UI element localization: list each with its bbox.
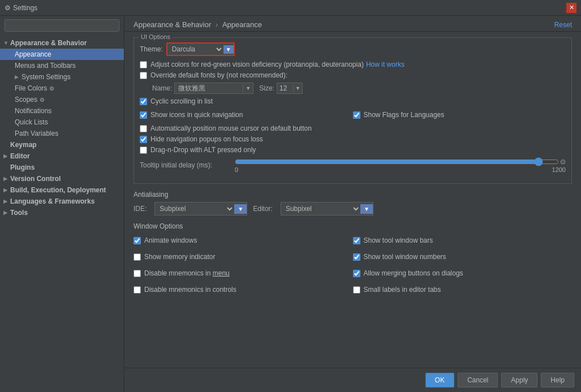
- row-memory-numbers: Show memory indicator Show tool window n…: [134, 250, 572, 264]
- ide-antialiasing-select[interactable]: Subpixel Greyscale No antialiasing: [155, 203, 234, 215]
- theme-select-wrapper: Darcula IntelliJ Windows High contrast ▼: [166, 42, 235, 56]
- sidebar-item-appearance[interactable]: Appearance: [0, 49, 124, 60]
- checkbox-show-flags[interactable]: [353, 111, 360, 119]
- sidebar-label: Menus and Toolbars: [15, 62, 76, 70]
- sidebar-item-keymap[interactable]: Keymap: [0, 139, 124, 150]
- main-container: ▼ Appearance & Behavior Appearance Menus…: [0, 16, 581, 392]
- sidebar-label: Scopes: [15, 96, 37, 104]
- font-size-dropdown[interactable]: ▼: [293, 84, 302, 92]
- sidebar-tree: ▼ Appearance & Behavior Appearance Menus…: [0, 35, 124, 392]
- checkbox-hide-nav[interactable]: [140, 136, 147, 143]
- checkbox-show-icons[interactable]: [140, 111, 147, 119]
- editor-dropdown-wrapper: Subpixel Greyscale No antialiasing ▼: [281, 202, 373, 216]
- checkbox-tool-numbers[interactable]: [353, 253, 360, 261]
- theme-row: Theme: Darcula IntelliJ Windows High con…: [140, 42, 566, 56]
- sidebar-item-version-control[interactable]: ▶ Version Control: [0, 173, 124, 184]
- search-input[interactable]: [5, 19, 119, 32]
- cancel-button[interactable]: Cancel: [458, 373, 498, 387]
- option-hide-nav: Hide navigation popups on focus loss: [140, 135, 566, 143]
- editor-dropdown-btn[interactable]: ▼: [360, 204, 373, 214]
- slider-labels: 0 1200: [235, 166, 566, 173]
- label-merging: Allow merging buttons on dialogs: [364, 269, 463, 277]
- label-cyclic-scrolling: Cyclic scrolling in list: [150, 97, 213, 105]
- label-adjust-colors: Adjust colors for red-green vision defic…: [150, 61, 364, 68]
- sidebar-item-quick-lists[interactable]: Quick Lists: [0, 117, 124, 128]
- gear-icon: ⚙: [49, 85, 54, 92]
- apply-button[interactable]: Apply: [501, 373, 537, 387]
- bottom-bar: OK Cancel Apply Help: [124, 368, 581, 392]
- option-merging: Allow merging buttons on dialogs: [353, 269, 573, 277]
- font-name-dropdown[interactable]: ▼: [243, 84, 253, 92]
- label-small-labels: Small labels in editor tabs: [364, 286, 441, 294]
- sidebar-item-editor[interactable]: ▶ Editor: [0, 150, 124, 162]
- label-tool-bars: Show tool window bars: [364, 236, 433, 244]
- checkbox-small-labels[interactable]: [353, 286, 360, 294]
- label-animate: Animate windows: [144, 236, 197, 244]
- checkbox-override-fonts[interactable]: [140, 72, 147, 79]
- sidebar-label: Editor: [10, 152, 30, 160]
- breadcrumb-part2: Appearance: [222, 20, 262, 29]
- tooltip-slider-row: Tooltip initial delay (ms): ⊙ 0 1200: [140, 157, 566, 173]
- checkbox-animate[interactable]: [134, 237, 141, 244]
- font-size-label: Size:: [259, 84, 274, 92]
- checkbox-merging[interactable]: [353, 270, 360, 277]
- sidebar-item-scopes[interactable]: Scopes ⚙: [0, 94, 124, 105]
- label-memory: Show memory indicator: [144, 253, 215, 261]
- sidebar-item-tools[interactable]: ▶ Tools: [0, 207, 124, 218]
- sidebar-item-languages[interactable]: ▶ Languages & Frameworks: [0, 196, 124, 207]
- checkbox-mnemonics-menu[interactable]: [134, 270, 141, 277]
- expand-arrow: ▶: [3, 199, 9, 204]
- theme-dropdown-btn[interactable]: ▼: [223, 45, 234, 54]
- sidebar-label: Tools: [10, 209, 28, 217]
- checkbox-tool-bars[interactable]: [353, 237, 360, 244]
- option-cyclic-scrolling: Cyclic scrolling in list: [140, 97, 566, 105]
- checkbox-adjust-colors[interactable]: [140, 61, 147, 68]
- reset-link[interactable]: Reset: [554, 21, 572, 29]
- editor-antialiasing-select[interactable]: Subpixel Greyscale No antialiasing: [281, 203, 360, 215]
- sidebar-item-menus-toolbars[interactable]: Menus and Toolbars: [0, 60, 124, 71]
- editor-label: Editor:: [253, 205, 273, 213]
- expand-arrow: ▶: [3, 176, 9, 182]
- checkbox-drag-drop[interactable]: [140, 147, 147, 154]
- sidebar-item-system-settings[interactable]: ▶ System Settings: [0, 71, 124, 83]
- ok-button[interactable]: OK: [425, 373, 454, 387]
- ide-dropdown-btn[interactable]: ▼: [234, 204, 247, 214]
- sidebar-item-plugins[interactable]: Plugins: [0, 162, 124, 173]
- sidebar-item-notifications[interactable]: Notifications: [0, 105, 124, 117]
- label-override-fonts: Override default fonts by (not recommend…: [150, 71, 287, 79]
- how-it-works-link[interactable]: How it works: [366, 61, 404, 68]
- theme-label: Theme:: [140, 45, 163, 53]
- window-title: Settings: [13, 4, 37, 12]
- sidebar-item-file-colors[interactable]: File Colors ⚙: [0, 83, 124, 94]
- sidebar-item-build[interactable]: ▶ Build, Execution, Deployment: [0, 184, 124, 196]
- sidebar-label: System Settings: [21, 73, 71, 81]
- checkbox-memory[interactable]: [134, 253, 141, 261]
- sidebar-label: Build, Execution, Deployment: [10, 186, 106, 194]
- option-animate: Animate windows: [134, 236, 353, 244]
- expand-arrow: ▶: [3, 187, 9, 193]
- theme-select[interactable]: Darcula IntelliJ Windows High contrast: [167, 44, 223, 55]
- tooltip-slider[interactable]: [235, 157, 559, 166]
- sidebar-item-appearance-behavior[interactable]: ▼ Appearance & Behavior: [0, 37, 124, 49]
- option-small-labels: Small labels in editor tabs: [353, 286, 573, 294]
- label-hide-nav: Hide navigation popups on focus loss: [150, 135, 263, 143]
- checkbox-mnemonics-controls[interactable]: [134, 286, 141, 294]
- expand-arrow: ▶: [3, 210, 9, 216]
- label-mnemonics-menu: Disable mnemonics in menu: [144, 269, 230, 277]
- title-bar: ⚙ Settings ✕: [0, 0, 581, 16]
- font-size-input[interactable]: [277, 83, 293, 93]
- option-adjust-colors: Adjust colors for red-green vision defic…: [140, 61, 566, 68]
- font-name-input[interactable]: [175, 83, 243, 93]
- checkbox-auto-mouse[interactable]: [140, 125, 147, 132]
- option-tool-numbers: Show tool window numbers: [353, 253, 573, 261]
- close-button[interactable]: ✕: [566, 3, 576, 13]
- help-button[interactable]: Help: [541, 373, 574, 387]
- expand-arrow: ▼: [3, 40, 9, 46]
- option-override-fonts: Override default fonts by (not recommend…: [140, 71, 566, 79]
- settings-icon: ⚙: [5, 4, 11, 12]
- row-icons-flags: Show icons in quick navigation Show Flag…: [140, 108, 566, 122]
- slider-min: 0: [235, 166, 238, 173]
- sidebar-item-path-variables[interactable]: Path Variables: [0, 128, 124, 139]
- checkbox-cyclic-scrolling[interactable]: [140, 98, 147, 105]
- font-settings-row: Name: ▼ Size: ▼: [152, 83, 566, 94]
